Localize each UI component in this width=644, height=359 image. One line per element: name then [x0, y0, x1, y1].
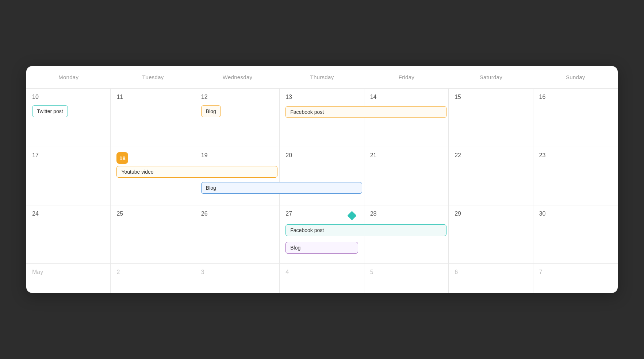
date-16: 16	[539, 94, 546, 100]
date-17: 17	[32, 152, 39, 159]
cell-30[interactable]: 30	[533, 205, 618, 263]
cell-may-4[interactable]: 4	[280, 264, 364, 293]
calendar-header: Monday Tuesday Wednesday Thursday Friday…	[26, 66, 618, 89]
date-15: 15	[455, 94, 461, 100]
calendar-row-week3: 24 25 26 27 Facebook post Blog	[26, 205, 618, 264]
event-youtube-video[interactable]: Youtube video	[116, 166, 277, 178]
cell-10[interactable]: 10 Twitter post	[26, 89, 111, 147]
day-header-thursday: Thursday	[280, 66, 364, 88]
cell-23[interactable]: 23	[533, 147, 618, 205]
event-blog-12[interactable]: Blog	[201, 105, 221, 117]
date-25: 25	[116, 211, 123, 217]
date-29: 29	[455, 211, 461, 217]
date-22: 22	[455, 152, 461, 159]
day-header-wednesday: Wednesday	[195, 66, 280, 88]
date-30: 30	[539, 211, 546, 217]
calendar-row-week4: May 2 3 4 5 6 7	[26, 264, 618, 293]
day-header-sunday: Sunday	[533, 66, 618, 88]
date-13: 13	[285, 94, 292, 100]
date-28: 28	[370, 211, 377, 217]
date-19: 19	[201, 152, 208, 159]
day-header-monday: Monday	[26, 66, 111, 88]
cell-may-3[interactable]: 3	[195, 264, 280, 293]
date-may: May	[32, 269, 43, 275]
cell-may[interactable]: May	[26, 264, 111, 293]
date-23: 23	[539, 152, 546, 159]
calendar-row-week2: 17 18 Youtube video 19 Blog 20 21 22	[26, 147, 618, 205]
date-may-3: 3	[201, 269, 204, 275]
day-header-friday: Friday	[364, 66, 449, 88]
cell-22[interactable]: 22	[449, 147, 533, 205]
cell-may-2[interactable]: 2	[111, 264, 195, 293]
day-header-saturday: Saturday	[449, 66, 533, 88]
cell-17[interactable]: 17	[26, 147, 111, 205]
date-10: 10	[32, 94, 39, 100]
date-may-2: 2	[116, 269, 120, 275]
cell-may-6[interactable]: 6	[449, 264, 533, 293]
cell-20[interactable]: 20	[280, 147, 364, 205]
calendar-row-week1: 10 Twitter post 11 12 Blog 13 Facebook p…	[26, 89, 618, 147]
date-may-4: 4	[285, 269, 289, 275]
date-24: 24	[32, 211, 39, 217]
calendar-body: 10 Twitter post 11 12 Blog 13 Facebook p…	[26, 89, 618, 293]
date-12: 12	[201, 94, 208, 100]
event-twitter-post[interactable]: Twitter post	[32, 105, 68, 117]
cell-12[interactable]: 12 Blog	[195, 89, 280, 147]
cell-26[interactable]: 26	[195, 205, 280, 263]
cell-13[interactable]: 13 Facebook post	[280, 89, 364, 147]
date-18: 18	[116, 152, 128, 164]
cell-may-5[interactable]: 5	[364, 264, 449, 293]
cell-16[interactable]: 16	[533, 89, 618, 147]
date-27: 27	[285, 211, 292, 217]
cell-29[interactable]: 29	[449, 205, 533, 263]
date-20: 20	[285, 152, 292, 159]
event-facebook-post-27[interactable]: Facebook post	[285, 224, 446, 236]
date-14: 14	[370, 94, 377, 100]
cell-may-7[interactable]: 7	[533, 264, 618, 293]
date-11: 11	[116, 94, 123, 100]
diamond-marker	[347, 211, 356, 220]
event-blog-27[interactable]: Blog	[285, 242, 358, 254]
cell-21[interactable]: 21	[364, 147, 449, 205]
day-header-tuesday: Tuesday	[111, 66, 195, 88]
cell-11[interactable]: 11	[111, 89, 195, 147]
event-blog-19[interactable]: Blog	[201, 182, 362, 194]
cell-24[interactable]: 24	[26, 205, 111, 263]
event-facebook-post-13[interactable]: Facebook post	[285, 106, 446, 118]
calendar-container: Monday Tuesday Wednesday Thursday Friday…	[26, 66, 618, 293]
cell-27[interactable]: 27 Facebook post Blog	[280, 205, 364, 263]
date-26: 26	[201, 211, 208, 217]
cell-18[interactable]: 18 Youtube video	[111, 147, 195, 205]
date-may-6: 6	[455, 269, 458, 275]
date-may-7: 7	[539, 269, 543, 275]
date-may-5: 5	[370, 269, 373, 275]
date-21: 21	[370, 152, 377, 159]
cell-15[interactable]: 15	[449, 89, 533, 147]
cell-25[interactable]: 25	[111, 205, 195, 263]
